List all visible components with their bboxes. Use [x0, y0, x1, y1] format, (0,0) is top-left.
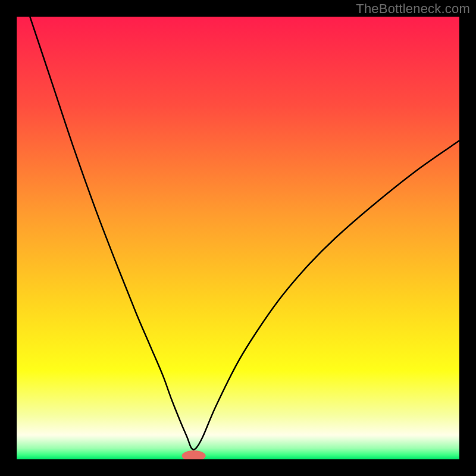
chart-frame: TheBottleneck.com: [0, 0, 476, 476]
chart-svg: [17, 17, 459, 459]
plot-area: [17, 17, 459, 459]
watermark-text: TheBottleneck.com: [356, 1, 470, 17]
gradient-background: [17, 17, 459, 459]
